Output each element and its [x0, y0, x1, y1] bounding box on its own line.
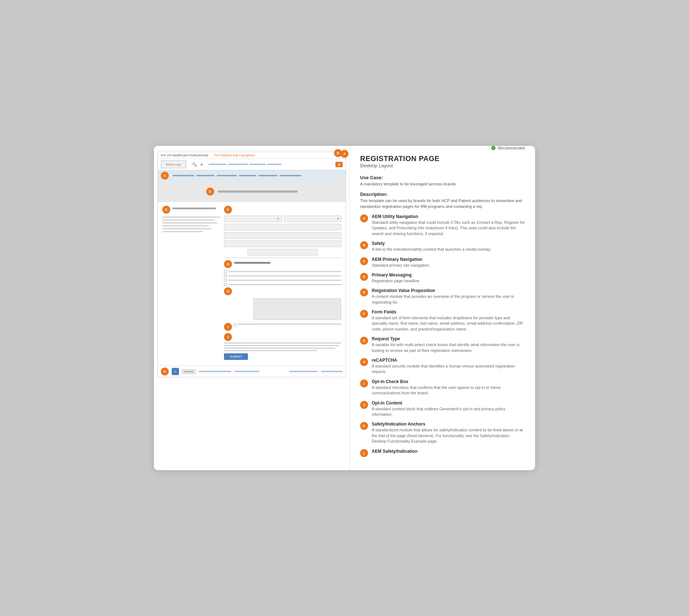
wf-logo: Brand Logo	[161, 160, 186, 168]
description-title-b: Safety	[372, 241, 491, 246]
description-item-l: LAEM Safety/Indication	[360, 449, 525, 457]
description-content-b: SafetyA link to the indication/safety co…	[372, 241, 491, 252]
description-badge-h: H	[360, 358, 368, 366]
description-item-k: KSafety/Indication AnchorsA standardized…	[360, 422, 525, 444]
description-content-i: Opt-in Check BoxA standard checkbox that…	[372, 379, 525, 396]
wf-topnav-link1: For US Healthcare Professionals	[161, 153, 208, 157]
wf-checkbox-label3	[228, 280, 341, 281]
wf-vp-line1	[162, 217, 220, 218]
wf-checkbox-row1	[224, 270, 341, 273]
wf-field-zip[interactable]	[248, 249, 318, 255]
wf-request-title	[234, 262, 270, 264]
wf-checkbox2[interactable]	[224, 274, 227, 277]
wf-checkbox-row2	[224, 274, 341, 277]
legend-recommended: Recommended	[491, 146, 525, 150]
description-label: Description:	[360, 192, 525, 197]
description-desc-b: A link to the indication/safety content …	[372, 247, 491, 252]
description-content-e: Reigstration Value PropositionA content …	[372, 288, 525, 305]
wf-safety-line2	[234, 371, 260, 372]
wf-submit-button[interactable]: SUBMIT	[224, 353, 248, 360]
recommended-label: Recommended	[498, 146, 525, 150]
page-subtitle: Desktop Layout	[360, 163, 440, 168]
wf-vp-line6	[162, 231, 203, 232]
wf-dropdown1[interactable]: ▼	[224, 215, 282, 222]
description-text: This template can be used by brands for …	[360, 198, 525, 210]
wf-safety-bar: K + EXPAND	[158, 366, 346, 377]
wireframe-container: For US Healthcare Professionals For Pati…	[158, 152, 346, 377]
wf-safety-logo-icon: +	[175, 370, 176, 373]
wf-optin-line1	[238, 324, 341, 325]
description-title-l: AEM Safety/Indication	[372, 449, 417, 454]
description-item-a: AAEM Utility NavigationStandard utility …	[360, 214, 525, 237]
wf-field-firstname[interactable]	[224, 224, 341, 230]
description-desc-f: A standard set of form elements that inc…	[372, 315, 525, 332]
wf-vp-line2	[162, 219, 215, 221]
wf-expand-button[interactable]: EXPAND	[182, 369, 196, 374]
wf-dropdown2[interactable]: ▼	[284, 215, 342, 222]
description-desc-j: A standard content block that outlines G…	[372, 406, 525, 418]
wf-topnav-links: For US Healthcare Professionals For Pati…	[161, 153, 255, 157]
legend: Required Recommended	[491, 146, 525, 150]
description-desc-d: Registration page headline.	[372, 278, 420, 284]
use-case-label: Use Case:	[360, 175, 525, 180]
wf-optin-content1	[224, 342, 341, 344]
wf-cta-button[interactable]: ▮	[335, 162, 343, 167]
description-item-f: FForm FieldsA standard set of form eleme…	[360, 309, 525, 332]
description-content-d: Primary MessagingRegistration page headl…	[372, 272, 420, 284]
main-card: For US Healthcare Professionals For Pati…	[154, 146, 535, 470]
badge-g: G	[224, 260, 232, 268]
wf-vp-line5	[162, 228, 212, 229]
badge-e: E	[162, 206, 170, 214]
wf-field-lastname[interactable]	[224, 232, 341, 239]
description-item-j: JOpt-in ContentA standard content block …	[360, 401, 525, 418]
wf-vp-title-line	[172, 208, 216, 209]
items-list: AAEM Utility NavigationStandard utility …	[360, 214, 525, 457]
description-desc-a: Standard utility navigation that could i…	[372, 220, 525, 237]
wf-form-row1: ▼ ▼	[224, 215, 341, 222]
wf-optin-content2	[224, 345, 339, 346]
wf-divider1	[224, 258, 341, 258]
wf-topnav: For US Healthcare Professionals For Pati…	[158, 152, 346, 159]
description-item-i: IOpt-in Check BoxA standard checkbox tha…	[360, 379, 525, 396]
description-desc-i: A standard checkbox that confirms that t…	[372, 385, 525, 396]
badge-j: J	[224, 333, 232, 341]
description-desc-h: A standard security module that identifi…	[372, 364, 525, 375]
wf-checkbox4[interactable]	[224, 283, 227, 286]
description-title-c: AEM Primary Navigation	[372, 257, 430, 262]
wf-value-prop: E	[162, 206, 220, 362]
description-title-g: Request Type	[372, 336, 525, 341]
description-title-d: Primary Messaging	[372, 272, 420, 278]
description-badge-f: F	[360, 310, 368, 318]
badge-i: I	[224, 323, 232, 331]
description-content-k: Safety/Indication AnchorsA standardized …	[372, 422, 525, 444]
description-badge-g: G	[360, 337, 368, 345]
wf-field-email[interactable]	[224, 241, 341, 247]
wf-vp-line3	[162, 222, 217, 223]
description-desc-c: Standard primary site navigation.	[372, 263, 430, 268]
wf-optin-checkbox[interactable]	[233, 324, 236, 327]
description-content-l: AEM Safety/Indication	[372, 449, 417, 455]
wf-primarynav: C	[158, 170, 346, 181]
description-item-d: DPrimary MessagingRegistration page head…	[360, 272, 525, 284]
wf-secondnav: Brand Logo 🔍 ➤ ▮ A	[158, 159, 346, 170]
badge-k: K	[161, 367, 169, 375]
description-title-k: Safety/Indication Anchors	[372, 422, 525, 427]
wf-safety-line3	[289, 371, 318, 372]
wf-checkbox1[interactable]	[224, 270, 227, 273]
description-badge-b: B	[360, 241, 368, 249]
wf-checkbox3[interactable]	[224, 279, 227, 282]
dropdown-arrow1: ▼	[277, 217, 280, 221]
recommended-dot	[491, 146, 496, 150]
wf-main-content: E F ▼	[158, 202, 346, 366]
wf-safety-line4	[321, 371, 343, 372]
description-badge-c: C	[360, 257, 368, 265]
search-icon: 🔍	[192, 162, 197, 167]
description-badge-e: E	[360, 288, 368, 296]
dropdown-arrow2: ▼	[337, 217, 339, 221]
wf-safety-line1	[199, 371, 231, 372]
description-badge-k: K	[360, 422, 368, 430]
description-title-f: Form Fields	[372, 309, 525, 315]
description-title-h: reCAPTCHA	[372, 358, 525, 363]
description-item-h: HreCAPTCHAA standard security module tha…	[360, 358, 525, 375]
description-content-j: Opt-in ContentA standard content block t…	[372, 401, 525, 418]
